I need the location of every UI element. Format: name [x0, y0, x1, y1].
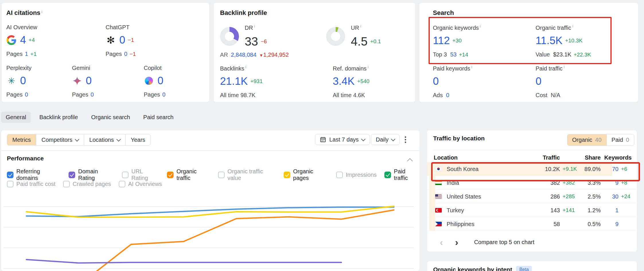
- paid-toggle[interactable]: Paid0: [606, 134, 634, 146]
- info-icon[interactable]: i: [368, 65, 369, 69]
- compare-top5-label: Compare top 5 on chart: [474, 239, 534, 246]
- report-filter-group: Metrics Competitors Locations Years: [7, 134, 151, 146]
- checkbox-label: Paid traffic: [394, 168, 419, 181]
- pages-row: Pages1+1: [6, 51, 37, 57]
- traffic-row-india[interactable]: India 382 +382 3.3% 9 +8: [427, 176, 637, 190]
- flag-turkey-icon: [435, 208, 442, 213]
- checkbox-ai-overviews[interactable]: AI Overviews: [119, 181, 162, 187]
- dr-block: DRi 33 −6: [245, 24, 267, 48]
- checkbox-unchecked-icon: [218, 172, 225, 178]
- checkbox-domain-rating[interactable]: Domain Rating: [69, 168, 114, 181]
- pages-row: Pages0−1: [106, 51, 136, 57]
- gemini-icon: [72, 76, 82, 86]
- backlinks-value[interactable]: 21.1K: [220, 75, 248, 87]
- ai-overview-value[interactable]: 4: [20, 34, 26, 46]
- cost-row: Cost N/A: [536, 92, 565, 99]
- chevron-down-icon: [391, 137, 396, 141]
- ads-row: Ads 0: [433, 92, 472, 99]
- pages-row: Pages0: [6, 91, 32, 98]
- copilot-block: Copilot 0 Pages0: [144, 65, 166, 98]
- checkbox-label: Referring domains: [16, 168, 61, 181]
- all-time-row: All time 4.6K: [333, 92, 369, 99]
- competitors-button[interactable]: Competitors: [36, 134, 84, 145]
- tab-paid-search[interactable]: Paid search: [139, 112, 178, 123]
- organic-traffic-block: Organic traffici 11.5K +10.3K Value $23.…: [536, 24, 591, 58]
- checkbox-paid-traffic[interactable]: Paid traffic: [384, 168, 419, 181]
- previous-page-button[interactable]: ‹: [440, 237, 443, 247]
- granularity-button[interactable]: Daily: [371, 134, 400, 145]
- ar-delta: 1,294,952: [263, 52, 289, 58]
- info-icon[interactable]: i: [254, 24, 255, 28]
- date-range-button[interactable]: Last 7 days: [315, 134, 370, 145]
- keywords-by-intent-title: Organic keywords by intent: [433, 266, 512, 271]
- traffic-row-philippines[interactable]: Philippines 58 0.5% 9: [427, 217, 637, 231]
- pages-row: Pages0: [144, 91, 166, 98]
- checkbox-organic-pages[interactable]: Organic pages: [284, 168, 328, 181]
- perplexity-value[interactable]: 0: [20, 75, 26, 87]
- engine-label: Copilot: [144, 65, 166, 71]
- more-options-button[interactable]: [405, 136, 406, 143]
- ref-domains-delta: +540: [357, 78, 369, 85]
- row-accent-strip: [429, 217, 435, 231]
- checkbox-unchecked-icon: [63, 181, 70, 187]
- keywords-by-intent-card: Organic keywords by intent Beta: [427, 261, 637, 271]
- traffic-row-south-korea[interactable]: South Korea 10.2K +9.1K 89.0% 70 +6: [427, 162, 637, 176]
- backlinks-block: Backlinksi 21.1K +931 All time 98.7K: [220, 65, 263, 99]
- info-icon[interactable]: i: [572, 24, 573, 28]
- traffic-row-united-states[interactable]: United States 286 +285 2.5% 30 +24: [427, 190, 637, 203]
- locations-button[interactable]: Locations: [84, 134, 125, 145]
- ur-value: 4.5: [351, 35, 367, 48]
- checkbox-organic-traffic[interactable]: Organic traffic: [167, 168, 210, 181]
- dr-delta: −6: [261, 38, 267, 45]
- checkbox-label: Domain Rating: [78, 168, 114, 181]
- chatgpt-value[interactable]: 0: [119, 34, 125, 46]
- perplexity-block: Perplexity ✳ 0 Pages0: [6, 65, 32, 98]
- paid-keywords-value[interactable]: 0: [433, 75, 439, 87]
- backlinks-delta: +931: [250, 78, 263, 85]
- organic-toggle[interactable]: Organic40: [567, 134, 606, 146]
- tab-backlink-profile[interactable]: Backlink profile: [35, 112, 83, 123]
- checkbox-organic-traffic-value[interactable]: Organic traffic value: [218, 168, 276, 181]
- gemini-block: Gemini 0 Pages0: [72, 65, 94, 98]
- search-title: Search: [433, 9, 454, 16]
- next-page-button[interactable]: ›: [455, 237, 458, 247]
- gemini-value[interactable]: 0: [86, 75, 92, 87]
- copilot-value[interactable]: 0: [157, 75, 164, 87]
- organic-traffic-value[interactable]: 11.5K: [536, 35, 563, 47]
- ur-delta: +0.1: [370, 38, 381, 45]
- info-icon[interactable]: i: [360, 24, 361, 28]
- info-icon[interactable]: i: [42, 10, 42, 14]
- checkbox-referring-domains[interactable]: Referring domains: [7, 168, 61, 181]
- info-icon[interactable]: i: [480, 24, 481, 28]
- metrics-button[interactable]: Metrics: [7, 134, 36, 145]
- info-icon[interactable]: i: [471, 65, 472, 69]
- organic-paid-toggle: Organic40 Paid0: [567, 134, 634, 146]
- backlink-profile-card: Backlink profile DRi 33 −6 AR2,848,084▼1…: [214, 3, 415, 102]
- tab-general[interactable]: General: [1, 112, 31, 123]
- years-button[interactable]: Years: [125, 134, 150, 145]
- collapse-chevron-icon[interactable]: [407, 158, 413, 164]
- organic-keywords-value[interactable]: 112: [433, 35, 450, 47]
- traffic-row-turkey[interactable]: Turkey 143 +141 1.2% 1: [427, 203, 637, 217]
- checkbox-label: Paid traffic cost: [16, 181, 55, 187]
- checkbox-paid-traffic-cost[interactable]: Paid traffic cost: [7, 181, 55, 187]
- traffic-table-header: Location Traffic Share Keywords: [427, 153, 637, 162]
- ar-value[interactable]: 2,848,084: [231, 52, 256, 58]
- checkbox-crawled-pages[interactable]: Crawled pages: [63, 181, 111, 187]
- info-icon[interactable]: i: [564, 65, 565, 69]
- ai-citations-title: AI citations: [6, 9, 40, 16]
- checkbox-label: Organic pages: [293, 168, 328, 181]
- dr-value: 33: [245, 35, 258, 48]
- paid-traffic-value[interactable]: 0: [536, 75, 542, 87]
- checkbox-impressions[interactable]: Impressions: [336, 172, 377, 178]
- flag-united-states-icon: [435, 194, 442, 199]
- ref-domains-value[interactable]: 3.4K: [333, 75, 355, 87]
- checkbox-url-rating[interactable]: URL Rating: [122, 168, 159, 181]
- organic-keywords-block: Organic keywordsi 112 +30 Top 3 53+14: [433, 24, 481, 58]
- info-icon[interactable]: i: [245, 65, 246, 69]
- dr-donut-chart: [220, 27, 239, 46]
- organic-keywords-delta: +30: [452, 38, 462, 44]
- tab-organic-search[interactable]: Organic search: [87, 112, 135, 123]
- ur-donut-chart: [326, 27, 345, 46]
- authority-rank-row: AR2,848,084▼1,294,952: [220, 52, 289, 58]
